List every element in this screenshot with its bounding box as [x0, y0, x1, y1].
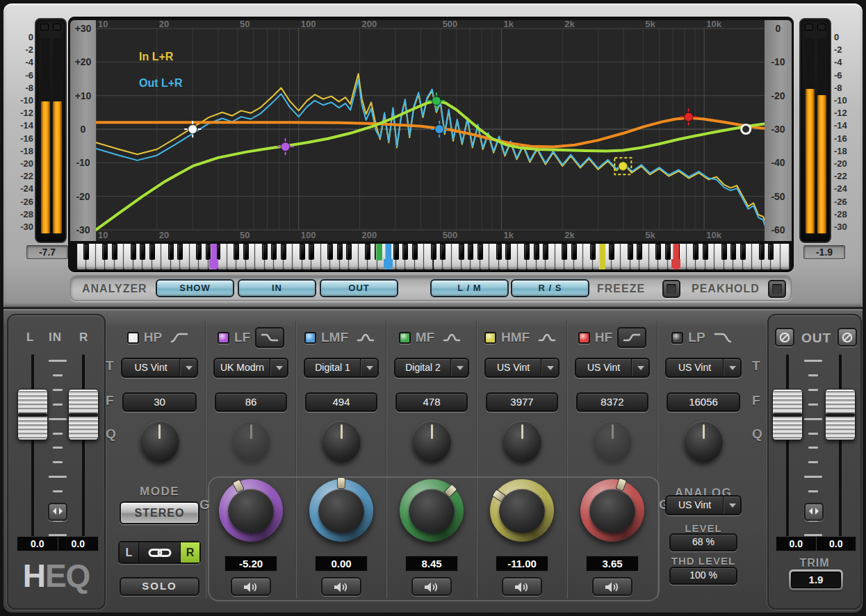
filter-shape-button[interactable]: [534, 329, 559, 346]
gain-value[interactable]: -11.00: [496, 556, 548, 572]
channel-left-button[interactable]: L: [120, 542, 138, 563]
mute-button[interactable]: [502, 577, 542, 596]
band-freq-field[interactable]: 86: [215, 392, 287, 412]
eq-band-point-hp[interactable]: [188, 125, 197, 134]
analyzer-db-scale-right: 0-10-20-30-40-50-60: [765, 20, 792, 241]
q-knob[interactable]: [140, 421, 179, 463]
gain-knob[interactable]: [580, 479, 644, 542]
phase-invert-left-button[interactable]: [775, 328, 794, 347]
gain-value[interactable]: -5.20: [224, 556, 277, 572]
output-right-fader-handle[interactable]: [825, 389, 856, 440]
output-left-gain-value[interactable]: 0.0: [776, 537, 817, 551]
stereo-mode-button[interactable]: STEREO: [120, 501, 199, 524]
output-right-gain-value[interactable]: 0.0: [817, 537, 856, 551]
filter-shape-button[interactable]: [617, 327, 646, 348]
piano-keyboard[interactable]: [77, 244, 790, 269]
band-type-select[interactable]: Digital 2: [394, 358, 469, 378]
eq-band-point-hf[interactable]: [684, 113, 693, 122]
band-freq-field[interactable]: 8372: [576, 392, 648, 412]
band-enable-led[interactable]: [578, 332, 590, 344]
channel-link-button[interactable]: [138, 542, 181, 563]
input-meter-readout[interactable]: -7.7: [26, 245, 68, 259]
analyzer-show-button[interactable]: SHOW: [156, 279, 234, 297]
input-fader-link-button[interactable]: [48, 503, 67, 521]
q-knob[interactable]: [412, 421, 451, 463]
freeze-checkbox[interactable]: [662, 280, 680, 298]
analyzer-rs-button[interactable]: R / S: [511, 279, 589, 297]
piano-black-key: [140, 244, 145, 260]
speaker-icon: [242, 581, 260, 593]
input-right-fader-handle[interactable]: [68, 389, 99, 440]
input-left-gain-value[interactable]: 0.0: [17, 537, 58, 551]
analyzer-out-button[interactable]: OUT: [320, 279, 398, 297]
band-type-select[interactable]: Digital 1: [304, 358, 379, 378]
gain-value[interactable]: 3.65: [586, 556, 639, 572]
piano-black-key: [543, 244, 548, 260]
eq-band-point-lp[interactable]: [742, 125, 751, 134]
solo-button[interactable]: SOLO: [120, 577, 199, 596]
eq-band-point-mf[interactable]: [432, 97, 441, 106]
output-fader-link-button[interactable]: [804, 503, 824, 521]
mute-button[interactable]: [592, 577, 632, 596]
input-left-fader-handle[interactable]: [17, 389, 48, 440]
filter-shape-button[interactable]: [710, 329, 735, 346]
gain-value[interactable]: 8.45: [405, 556, 458, 572]
analyzer-in-button[interactable]: IN: [238, 279, 316, 297]
gain-knob[interactable]: [219, 479, 283, 542]
gain-knob[interactable]: [400, 479, 464, 542]
thd-level-field[interactable]: 100 %: [669, 567, 737, 585]
output-gain-values[interactable]: 0.0 0.0: [776, 536, 856, 551]
q-knob[interactable]: [593, 421, 632, 463]
gain-knob[interactable]: [490, 479, 554, 542]
band-freq-field[interactable]: 16056: [667, 392, 740, 412]
band-freq-field[interactable]: 478: [395, 392, 468, 412]
band-type-select[interactable]: US Vint: [484, 358, 559, 378]
output-left-fader-handle[interactable]: [772, 389, 803, 440]
eq-plot[interactable]: 1010202050501001002002005005001k1k2k2k5k…: [96, 20, 765, 241]
mute-button[interactable]: [411, 577, 452, 596]
q-knob[interactable]: [322, 421, 361, 463]
band-enable-led[interactable]: [127, 332, 139, 344]
analyzer-lm-button[interactable]: L / M: [430, 279, 509, 297]
band-enable-led[interactable]: [304, 332, 316, 344]
analog-type-select[interactable]: US Vint: [665, 495, 742, 515]
eq-band-point-hmf[interactable]: [619, 162, 628, 171]
q-knob[interactable]: [231, 421, 270, 463]
svg-text:20: 20: [159, 230, 169, 240]
band-enable-led[interactable]: [218, 332, 229, 344]
band-type-select[interactable]: UK Modrn: [213, 358, 288, 378]
svg-text:50: 50: [240, 230, 250, 240]
gain-knob[interactable]: [309, 479, 373, 542]
input-gain-values[interactable]: 0.0 0.0: [17, 536, 99, 551]
eq-band-point-lmf[interactable]: [435, 125, 444, 134]
eq-band-point-lf[interactable]: [281, 142, 290, 151]
output-meter-readout[interactable]: -1.9: [803, 245, 845, 259]
filter-shape-button[interactable]: [167, 329, 192, 346]
gain-value[interactable]: 0.00: [315, 556, 368, 572]
q-knob[interactable]: [503, 421, 541, 463]
filter-shape-button[interactable]: [353, 329, 378, 346]
analog-level-field[interactable]: 68 %: [669, 533, 737, 551]
band-freq-field[interactable]: 30: [122, 392, 197, 412]
thd-level-label: THD LEVEL: [657, 555, 749, 567]
band-type-select[interactable]: US Vint: [575, 358, 650, 378]
band-type-select[interactable]: US Vint: [121, 358, 198, 378]
phase-invert-right-button[interactable]: [838, 328, 857, 347]
trim-value[interactable]: 1.9: [791, 572, 841, 588]
input-right-gain-value[interactable]: 0.0: [58, 537, 99, 551]
svg-text:10: 10: [98, 20, 108, 29]
q-knob[interactable]: [684, 421, 723, 463]
peakhold-checkbox[interactable]: [768, 280, 786, 298]
channel-right-button[interactable]: R: [181, 542, 199, 563]
filter-shape-button[interactable]: [439, 329, 464, 346]
band-freq-field[interactable]: 494: [305, 392, 377, 412]
filter-shape-button[interactable]: [255, 327, 284, 348]
band-enable-led[interactable]: [671, 332, 683, 344]
piano-black-key: [496, 244, 502, 260]
mute-button[interactable]: [231, 577, 271, 596]
mute-button[interactable]: [321, 577, 361, 596]
band-enable-led[interactable]: [399, 332, 411, 344]
band-freq-field[interactable]: 3977: [486, 392, 558, 412]
band-enable-led[interactable]: [484, 332, 496, 344]
band-type-select[interactable]: US Vint: [665, 358, 742, 378]
